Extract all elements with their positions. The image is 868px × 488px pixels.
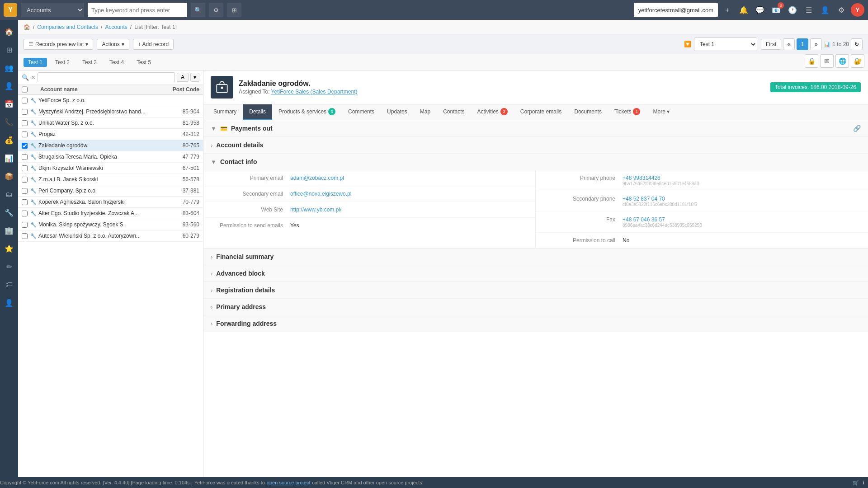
grid-view-btn[interactable]: ⊞ (227, 3, 241, 17)
secondary-email-link[interactable]: office@nova.elgiszewo.pl (290, 191, 351, 197)
website-link[interactable]: http://www.yb.com.pl/ (290, 206, 341, 213)
add-btn[interactable]: ＋ (721, 3, 734, 17)
filter-select[interactable]: Test 1 (694, 38, 757, 51)
module-select[interactable]: Accounts (21, 3, 84, 17)
sidebar-icon-calendar[interactable]: 📅 (1, 96, 17, 112)
primary-address-section[interactable]: › Primary address (203, 299, 868, 315)
home-icon[interactable]: 🏠 (24, 24, 30, 30)
row-checkbox[interactable] (22, 131, 28, 137)
row-wrench-icon[interactable]: 🔧 (30, 120, 37, 126)
financial-summary-section[interactable]: › Financial summary (203, 249, 868, 265)
prev-page-btn[interactable]: « (783, 38, 795, 50)
detail-tab-contacts[interactable]: Contacts (437, 104, 471, 120)
notification-bell[interactable]: 🔔 (737, 3, 750, 17)
send-icon-btn[interactable]: ✉ (820, 54, 834, 68)
secondary-phone-link[interactable]: +48 52 837 04 70 (623, 196, 665, 202)
row-checkbox[interactable] (22, 233, 28, 239)
row-wrench-icon[interactable]: 🔧 (30, 143, 37, 149)
sidebar-icon-projects[interactable]: 🗂 (1, 186, 17, 202)
row-checkbox[interactable] (22, 154, 28, 160)
records-preview-list-btn[interactable]: ☰ Records preview list ▾ (24, 39, 93, 50)
detail-tab-comments[interactable]: Comments (342, 104, 381, 120)
list-item[interactable]: 🔧 Monika. Sklep spożywczy. Sędek S. 93-5… (18, 219, 203, 230)
info-icon[interactable]: ℹ (863, 480, 864, 486)
row-wrench-icon[interactable]: 🔧 (30, 199, 37, 205)
sidebar-icon-building[interactable]: 🏢 (1, 222, 17, 239)
sidebar-icon-chart[interactable]: 📊 (1, 150, 17, 166)
primary-phone-link[interactable]: +48 998314426 (623, 175, 660, 181)
list-item[interactable]: 🔧 Autosar-Wieluński Sp. z o.o. Autoryzow… (18, 230, 203, 242)
row-checkbox[interactable] (22, 143, 28, 149)
refresh-btn[interactable]: ↻ (851, 38, 863, 50)
app-settings-icon[interactable]: ⚙ (835, 3, 848, 17)
search-button[interactable]: 🔍 (191, 3, 205, 17)
tab-test-1[interactable]: Test 1 (24, 58, 47, 67)
current-page-btn[interactable]: 1 (797, 38, 808, 50)
list-item[interactable]: 🔧 Zakładanie ogrodów. 80-765 (18, 140, 203, 151)
assigned-link[interactable]: YetiForce Sales (Sales Department) (271, 89, 358, 95)
tab-test-3[interactable]: Test 3 (78, 58, 101, 67)
list-item[interactable]: 🔧 Koperek Agnieszka. Salon fryzjerski 70… (18, 197, 203, 208)
user-icon[interactable]: 👤 (818, 3, 832, 17)
shield-icon-btn[interactable]: 🔐 (851, 54, 864, 68)
advanced-block-section[interactable]: › Advanced block (203, 265, 868, 282)
detail-tab-summary[interactable]: Summary (207, 104, 243, 120)
row-wrench-icon[interactable]: 🔧 (30, 177, 37, 183)
forwarding-address-section[interactable]: › Forwarding address (203, 315, 868, 332)
list-item[interactable]: 🔧 Strugalska Teresa Maria. Opieka 47-779 (18, 151, 203, 163)
select-all-checkbox[interactable] (22, 86, 28, 93)
add-record-btn[interactable]: + Add record (133, 39, 174, 50)
list-item[interactable]: 🔧 Myszyński Andrzej. Przedsiębiorstwo ha… (18, 106, 203, 117)
detail-tab-products-services[interactable]: Products & services 3 (272, 104, 342, 120)
list-item[interactable]: 🔧 Perl Company. Sp.z o.o. 37-381 (18, 185, 203, 197)
actions-btn[interactable]: Actions ▾ (97, 39, 129, 50)
sidebar-icon-products[interactable]: 📦 (1, 168, 17, 184)
sidebar-icon-tag[interactable]: 🏷 (1, 277, 17, 293)
cart-icon[interactable]: 🛒 (853, 480, 859, 486)
row-checkbox[interactable] (22, 109, 28, 115)
row-checkbox[interactable] (22, 188, 28, 194)
row-checkbox[interactable] (22, 98, 28, 103)
chat-icon[interactable]: 💬 (753, 3, 767, 17)
sidebar-icon-user-settings[interactable]: 👤 (1, 295, 17, 311)
breadcrumb-accounts[interactable]: Accounts (105, 24, 127, 30)
fax-link[interactable]: +48 67 046 36 57 (623, 216, 665, 223)
contact-info-header[interactable]: ▼ Contact info (203, 154, 868, 170)
mail-icon[interactable]: 📧 6 (769, 3, 783, 17)
list-search-input[interactable] (38, 72, 175, 82)
detail-tab-corporate-emails[interactable]: Corporate emails (514, 104, 568, 120)
row-wrench-icon[interactable]: 🔧 (30, 222, 37, 228)
avatar[interactable]: Y (851, 3, 864, 17)
row-wrench-icon[interactable]: 🔧 (30, 165, 37, 171)
detail-tab-more-▾[interactable]: More ▾ (646, 104, 676, 120)
detail-tab-updates[interactable]: Updates (381, 104, 414, 120)
primary-email-link[interactable]: adam@zobacz.com.pl (290, 175, 344, 181)
row-checkbox[interactable] (22, 222, 28, 228)
row-wrench-icon[interactable]: 🔧 (30, 131, 37, 137)
row-wrench-icon[interactable]: 🔧 (30, 188, 37, 194)
payments-link-icon[interactable]: 🔗 (853, 125, 861, 132)
sidebar-icon-pencil[interactable]: ✏ (1, 258, 17, 275)
columns-icon[interactable]: ☰ (802, 3, 816, 17)
globe-icon-btn[interactable]: 🌐 (835, 54, 849, 68)
sidebar-icon-leads[interactable]: 👤 (1, 78, 17, 94)
sidebar-icon-money[interactable]: 💰 (1, 132, 17, 148)
list-item[interactable]: 🔧 Dkjm Krzysztof Wiśniewski 67-501 (18, 163, 203, 174)
row-checkbox[interactable] (22, 120, 28, 126)
sidebar-icon-tools[interactable]: 🔧 (1, 204, 17, 221)
list-item[interactable]: 🔧 YetiForce Sp. z o.o. (18, 95, 203, 106)
first-page-btn[interactable]: First (761, 39, 781, 50)
row-wrench-icon[interactable]: 🔧 (30, 233, 37, 239)
lock-icon-btn[interactable]: 🔒 (805, 54, 818, 68)
detail-tab-tickets[interactable]: Tickets 1 (608, 104, 647, 120)
row-checkbox[interactable] (22, 199, 28, 205)
row-wrench-icon[interactable]: 🔧 (30, 211, 37, 216)
search-icon[interactable]: 🔍 (22, 74, 29, 81)
row-wrench-icon[interactable]: 🔧 (30, 98, 37, 103)
row-checkbox[interactable] (22, 177, 28, 183)
tab-test-4[interactable]: Test 4 (105, 58, 128, 67)
payments-out-section[interactable]: ▼ 💳 Payments out 🔗 (203, 120, 868, 137)
sidebar-icon-star[interactable]: ⭐ (1, 240, 17, 257)
detail-tab-map[interactable]: Map (414, 104, 437, 120)
row-wrench-icon[interactable]: 🔧 (30, 154, 37, 160)
